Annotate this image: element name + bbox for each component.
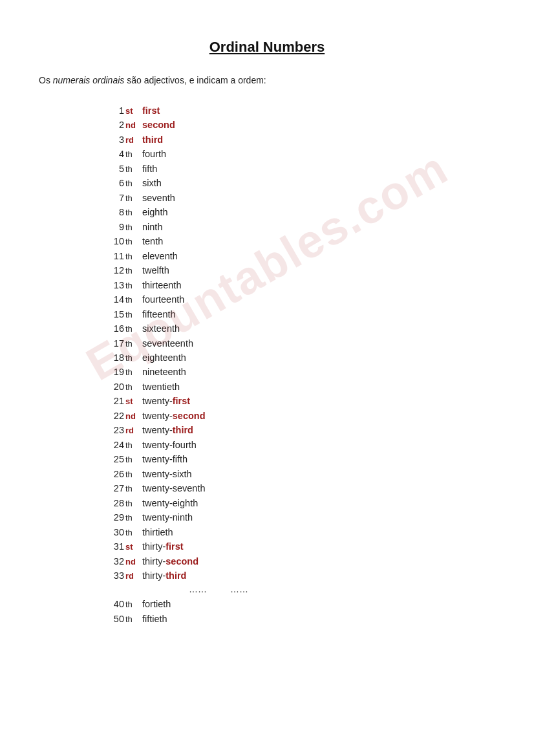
list-item: 16thsixteenth (103, 321, 495, 336)
ordinal-suffix: th (124, 453, 142, 466)
ordinal-word: fiftieth (142, 612, 167, 626)
list-item: 14thfourteenth (103, 292, 495, 307)
intro-before: Os (39, 75, 53, 85)
list-item: 40thfortieth (103, 597, 495, 611)
ordinal-number: 9 (103, 220, 124, 234)
list-item: 9thninth (103, 220, 495, 234)
ordinal-word: sixteenth (142, 321, 180, 336)
list-item: 19thnineteenth (103, 365, 495, 379)
ordinal-word: seventeenth (142, 336, 193, 351)
ordinal-suffix: th (124, 526, 142, 539)
ordinal-word: eighteenth (142, 351, 186, 365)
ordinal-suffix: rd (124, 570, 142, 583)
ordinal-number: 8 (103, 205, 124, 219)
ordinal-word: twenty-first (142, 394, 190, 408)
ordinal-suffix: rd (124, 424, 142, 437)
ordinal-suffix: th (124, 497, 142, 510)
list-item: 30ththirtieth (103, 525, 495, 539)
ordinal-word: thirty-first (142, 539, 184, 554)
ordinal-suffix: th (124, 235, 142, 248)
ordinal-suffix: th (124, 613, 142, 626)
ordinal-number: 40 (103, 597, 124, 611)
page-title: Ordinal Numbers (39, 39, 495, 56)
ordinal-number: 5 (103, 162, 124, 176)
ordinal-suffix: th (124, 279, 142, 292)
ordinal-number: 29 (103, 510, 124, 524)
list-item: 12thtwelfth (103, 263, 495, 277)
list-item: 21sttwenty-first (103, 394, 495, 408)
ordinal-number: 18 (103, 351, 124, 365)
list-item: 3rdthird (103, 133, 495, 147)
ordinal-suffix: th (124, 323, 142, 336)
ordinal-suffix: st (124, 541, 142, 554)
ordinal-number: 19 (103, 365, 124, 379)
ordinal-suffix: th (124, 265, 142, 277)
ordinal-number: 22 (103, 409, 124, 423)
ordinal-number: 33 (103, 568, 124, 583)
ordinal-suffix: nd (124, 556, 142, 568)
ordinal-number: 24 (103, 438, 124, 452)
list-item: 10thtenth (103, 234, 495, 248)
ordinal-suffix: th (124, 439, 142, 452)
list-item: 17thseventeenth (103, 336, 495, 351)
ordinal-suffix: th (124, 163, 142, 176)
ordinal-suffix: th (124, 177, 142, 190)
ordinal-number: 11 (103, 249, 124, 263)
ordinal-number: 3 (103, 133, 124, 147)
ordinal-suffix: th (124, 250, 142, 263)
ordinal-number: 2 (103, 118, 124, 132)
list-item: 4thfourth (103, 147, 495, 161)
ordinal-word: twenty-fifth (142, 452, 187, 466)
ordinal-suffix: th (124, 294, 142, 307)
ordinal-word: seventh (142, 191, 175, 205)
ordinal-word: fifteenth (142, 307, 176, 321)
ordinal-suffix: th (124, 221, 142, 234)
ordinal-number: 27 (103, 481, 124, 495)
list-item: 24thtwenty-fourth (103, 438, 495, 452)
ordinal-number: 28 (103, 496, 124, 510)
ordinal-word: twenty-ninth (142, 510, 193, 524)
ordinal-number: 14 (103, 292, 124, 307)
ordinal-number: 26 (103, 467, 124, 481)
ordinal-suffix: th (124, 381, 142, 394)
page: Eqountables.com Ordinal Numbers Os numer… (0, 0, 534, 665)
list-item: 2ndsecond (103, 118, 495, 132)
ordinal-word: thirty-second (142, 554, 198, 568)
list-item: 29thtwenty-ninth (103, 510, 495, 524)
list-item: 27thtwenty-seventh (103, 481, 495, 495)
ordinal-number: 7 (103, 191, 124, 205)
ordinal-number: 15 (103, 307, 124, 321)
ordinal-word: thirteenth (142, 278, 181, 292)
intro-after: são adjectivos, e indicam a ordem: (124, 75, 266, 85)
intro-text: Os numerais ordinais são adjectivos, e i… (39, 75, 495, 85)
list-item: 1stfirst (103, 103, 495, 118)
ordinal-word: eighth (142, 205, 168, 219)
list-item: 26thtwenty-sixth (103, 467, 495, 481)
list-item: 22ndtwenty-second (103, 409, 495, 423)
ordinal-number: 32 (103, 554, 124, 568)
ordinal-word: twenty-eighth (142, 496, 198, 510)
ordinal-number: 31 (103, 539, 124, 554)
list-item: 13ththirteenth (103, 278, 495, 292)
ordinal-number: 13 (103, 278, 124, 292)
ordinal-word: fourteenth (142, 292, 184, 307)
dots-1: …… (189, 583, 207, 597)
ordinal-word: thirtieth (142, 525, 173, 539)
ordinal-suffix: th (124, 352, 142, 365)
intro-italic: numerais ordinais (53, 75, 125, 85)
list-item: 31stthirty-first (103, 539, 495, 554)
ordinal-word: third (142, 133, 163, 147)
ordinal-word: ninth (142, 220, 162, 234)
ordinal-word: second (142, 118, 175, 132)
ordinal-suffix: st (124, 395, 142, 408)
ordinal-suffix: th (124, 192, 142, 205)
ordinal-suffix: nd (124, 410, 142, 423)
list-item: 32ndthirty-second (103, 554, 495, 568)
ordinal-number: 20 (103, 380, 124, 394)
ordinal-number: 17 (103, 336, 124, 351)
ordinal-suffix: th (124, 468, 142, 481)
ordinal-suffix: th (124, 148, 142, 161)
list-item: 18theighteenth (103, 351, 495, 365)
ordinal-number: 4 (103, 147, 124, 161)
ordinal-word: first (142, 103, 160, 118)
